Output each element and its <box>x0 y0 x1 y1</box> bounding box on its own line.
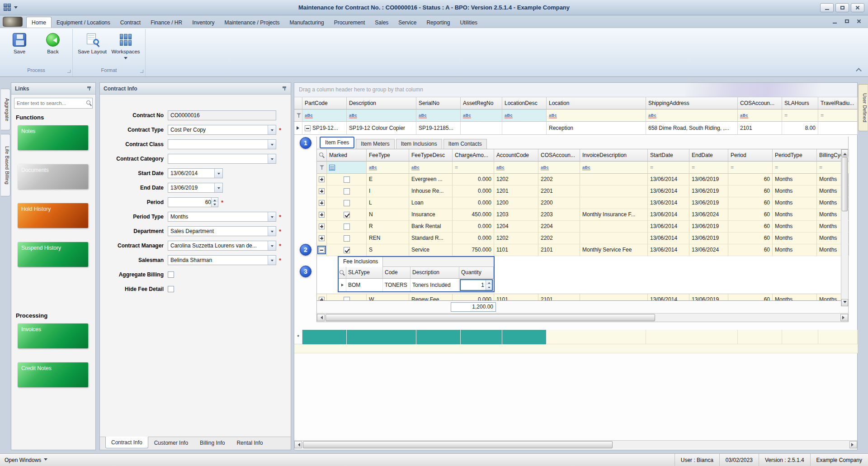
chargeamount-cell[interactable]: 750.000 <box>453 244 494 256</box>
dropdown-icon[interactable] <box>268 227 276 236</box>
expand-icon[interactable] <box>319 235 325 241</box>
column-header[interactable]: COSAccoun... <box>738 97 782 109</box>
marked-checkbox[interactable] <box>344 297 350 301</box>
search-input[interactable] <box>17 100 86 106</box>
ribbon-tab[interactable]: Reporting <box>421 17 455 28</box>
periodtype-cell[interactable]: Months <box>773 197 817 209</box>
filter-cell[interactable]: = <box>453 162 494 174</box>
contract-manager-combo[interactable]: Carolina Suzzetta Lourens van de... <box>168 241 276 251</box>
link-button[interactable]: Credit Notes <box>18 362 88 387</box>
pin-icon[interactable] <box>282 86 287 91</box>
startdate-cell[interactable]: 13/06/2014 <box>648 174 689 185</box>
period-cell[interactable]: 60 <box>728 209 773 221</box>
scroll-left-button[interactable] <box>317 314 325 321</box>
child-minimize-button[interactable] <box>829 17 840 25</box>
period-cell[interactable]: 60 <box>728 221 773 233</box>
ribbon-tab[interactable]: Contract <box>115 17 146 28</box>
column-header[interactable]: SLAHours <box>782 97 818 109</box>
startdate-cell[interactable]: 13/06/2014 <box>648 294 689 300</box>
fee-row-service[interactable]: S Service 750.000 1101 2101 Monthly Serv… <box>317 244 848 256</box>
serialno-cell[interactable]: SP19-12185... <box>416 122 461 135</box>
cosaccount-cell[interactable]: 2101 <box>538 244 580 256</box>
dropdown-icon[interactable] <box>268 256 276 265</box>
column-header[interactable]: Marked <box>327 149 367 162</box>
link-button[interactable]: Notes <box>18 125 88 150</box>
enddate-cell[interactable]: 13/06/2019 <box>689 185 728 197</box>
scrollbar-thumb[interactable] <box>326 314 655 321</box>
invoicedescription-cell[interactable]: Monthly Service Fee <box>580 244 648 256</box>
periodtype-cell[interactable]: Months <box>773 233 817 244</box>
collapse-ribbon-icon[interactable] <box>856 67 861 72</box>
filter-cell[interactable] <box>327 162 367 174</box>
ribbon-tab[interactable]: Maintenance / Projects <box>220 17 285 28</box>
fee-row[interactable]: R Bank Rental 0.000 1204 2204 13/06/2014… <box>317 221 848 233</box>
start-date-picker[interactable]: 13/06/2014 <box>168 168 223 178</box>
dropdown-icon[interactable] <box>268 241 276 250</box>
edge-tab-aggregate[interactable]: Aggregate <box>1 89 10 130</box>
marked-checkbox[interactable] <box>344 235 350 242</box>
detail-tab[interactable]: Item Inclusions <box>396 139 442 149</box>
dropdown-icon[interactable] <box>268 212 276 221</box>
filter-cell[interactable]: aBc <box>738 109 782 122</box>
edge-tab-life-based-billing[interactable]: Life Based Billing <box>1 134 10 196</box>
cosaccount-cell[interactable]: 2201 <box>538 185 580 197</box>
panel-horizontal-scrollbar[interactable] <box>294 440 857 449</box>
chargeamount-cell[interactable]: 0.000 <box>453 174 494 185</box>
column-header[interactable]: Description <box>347 97 416 109</box>
contract-class-combo[interactable] <box>168 139 276 149</box>
scroll-left-button[interactable] <box>294 441 302 448</box>
cosaccount-cell[interactable]: 2202 <box>538 233 580 244</box>
ribbon-tab[interactable]: Equipment / Locations <box>52 17 115 28</box>
shippingaddress-cell[interactable]: 658 Dime Road, South Riding, ,... <box>646 122 738 135</box>
startdate-cell[interactable]: 13/06/2014 <box>648 197 689 209</box>
ribbon-tab[interactable]: Inventory <box>187 17 219 28</box>
ribbon-tab[interactable]: Sales <box>370 17 393 28</box>
filter-cell[interactable]: aBc <box>580 162 648 174</box>
chargeamount-cell[interactable]: 450.000 <box>453 209 494 221</box>
accountcode-cell[interactable]: 1202 <box>494 233 538 244</box>
workspaces-dropdown-icon[interactable] <box>124 57 127 61</box>
invoicedescription-cell[interactable] <box>580 221 648 233</box>
enddate-cell[interactable]: 13/06/2019 <box>689 294 728 300</box>
chargeamount-cell[interactable]: 0.000 <box>453 221 494 233</box>
chargeamount-cell[interactable]: 0.000 <box>453 185 494 197</box>
maximize-button[interactable] <box>835 3 849 12</box>
expand-icon[interactable] <box>319 176 325 182</box>
invoicedescription-cell[interactable] <box>580 174 648 185</box>
feetype-cell[interactable]: R <box>367 221 409 233</box>
accountcode-cell[interactable]: 1204 <box>494 221 538 233</box>
enddate-cell[interactable]: 13/06/2019 <box>689 174 728 185</box>
slatype-cell[interactable]: BOM <box>346 279 383 291</box>
scroll-down-button[interactable] <box>841 299 848 306</box>
feetypedesc-cell[interactable]: Service <box>409 244 453 256</box>
ribbon-tab[interactable]: Finance / HR <box>146 17 187 28</box>
chargeamount-cell[interactable]: 0.000 <box>453 233 494 244</box>
marked-checkbox[interactable] <box>344 176 350 183</box>
period-cell[interactable]: 60 <box>728 233 773 244</box>
feetype-cell[interactable]: S <box>367 244 409 256</box>
link-button[interactable]: Invoices <box>18 323 88 348</box>
ribbon-tab[interactable]: Utilities <box>455 17 482 28</box>
scroll-up-button[interactable] <box>841 149 848 157</box>
filter-cell[interactable]: aBc <box>538 162 580 174</box>
end-date-picker[interactable]: 13/06/2019 <box>168 183 223 193</box>
scrollbar-thumb[interactable] <box>303 441 613 448</box>
fee-row[interactable]: E Evergreen ... 0.000 1202 2202 13/06/20… <box>317 174 848 185</box>
column-header[interactable]: AccountCode <box>494 149 538 162</box>
department-combo[interactable]: Sales Department <box>168 226 276 236</box>
slahours-cell[interactable]: 8.00 <box>782 122 818 135</box>
period-cell[interactable]: 60 <box>728 294 773 300</box>
column-header[interactable]: PartCode <box>302 97 347 109</box>
filter-cell[interactable]: aBc <box>367 162 409 174</box>
period-cell[interactable]: 60 <box>728 197 773 209</box>
open-windows-button[interactable]: Open Windows <box>0 457 52 463</box>
marked-checkbox[interactable] <box>344 223 350 230</box>
startdate-cell[interactable]: 13/06/2014 <box>648 209 689 221</box>
feetype-cell[interactable]: E <box>367 174 409 185</box>
spinner-icon[interactable] <box>211 198 218 207</box>
column-header[interactable]: AssetRegNo <box>461 97 502 109</box>
feetype-cell[interactable]: W <box>367 294 409 300</box>
period-cell[interactable]: 60 <box>728 174 773 185</box>
accountcode-cell[interactable]: 1101 <box>494 294 538 300</box>
filter-cell[interactable]: aBc <box>302 109 347 122</box>
